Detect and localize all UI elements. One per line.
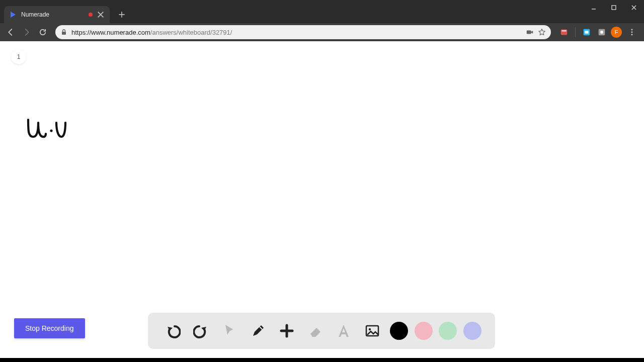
nav-back-button[interactable]: [3, 25, 18, 40]
avatar-letter: F: [615, 29, 618, 35]
svg-point-14: [50, 129, 52, 132]
svg-rect-8: [585, 31, 588, 33]
text-tool-button[interactable]: [333, 320, 355, 342]
tab-close-button[interactable]: [97, 11, 105, 19]
svg-rect-6: [562, 30, 567, 31]
whiteboard-toolbar: [148, 313, 495, 349]
svg-marker-0: [11, 12, 16, 18]
browser-menu-button[interactable]: [625, 25, 639, 39]
browser-tab[interactable]: Numerade: [4, 6, 110, 23]
window-titlebar: Numerade: [0, 0, 644, 23]
svg-rect-3: [62, 32, 66, 35]
stop-recording-label: Stop Recording: [25, 324, 74, 332]
eraser-tool-button[interactable]: [304, 320, 327, 342]
numerade-favicon: [9, 11, 17, 19]
page-number: 1: [17, 53, 21, 60]
add-tool-button[interactable]: [276, 320, 298, 342]
whiteboard-canvas[interactable]: 1 Stop Recording: [0, 41, 644, 362]
browser-toolbar: https://www.numerade.com/answers/whitebo…: [0, 23, 644, 41]
undo-button[interactable]: [162, 320, 184, 342]
extension-divider: [575, 27, 576, 37]
address-bar[interactable]: https://www.numerade.com/answers/whitebo…: [55, 25, 551, 39]
lock-icon: [60, 29, 67, 36]
camera-indicator-icon[interactable]: [526, 28, 534, 36]
extension-icon-1[interactable]: [558, 26, 570, 38]
nav-forward-button[interactable]: [19, 25, 34, 40]
image-tool-button[interactable]: [361, 320, 383, 342]
svg-point-11: [631, 29, 633, 31]
pointer-tool-button[interactable]: [218, 320, 240, 342]
letterbox-bar: [0, 358, 644, 362]
url-text: https://www.numerade.com/answers/whitebo…: [71, 29, 522, 36]
color-swatch-black[interactable]: [390, 322, 408, 340]
color-swatch-green[interactable]: [439, 322, 457, 340]
stop-recording-button[interactable]: Stop Recording: [14, 318, 85, 338]
color-swatch-pink[interactable]: [415, 322, 433, 340]
new-tab-button[interactable]: [115, 8, 129, 22]
url-scheme: https://: [71, 29, 91, 36]
window-minimize-button[interactable]: [584, 0, 604, 15]
bookmark-star-icon[interactable]: [538, 28, 546, 36]
handwriting-u-dot-v: [25, 116, 86, 146]
extension-icon-3[interactable]: [596, 26, 608, 38]
window-controls: [584, 0, 644, 23]
window-close-button[interactable]: [624, 0, 644, 15]
svg-point-13: [631, 34, 633, 36]
extensions-area: F: [556, 25, 641, 39]
color-swatch-violet[interactable]: [463, 322, 481, 340]
tab-title: Numerade: [21, 11, 85, 18]
pencil-tool-button[interactable]: [247, 320, 269, 342]
svg-rect-4: [527, 30, 531, 34]
recording-indicator-icon: [89, 13, 93, 17]
window-maximize-button[interactable]: [604, 0, 624, 15]
page-number-badge[interactable]: 1: [11, 49, 26, 64]
svg-point-10: [600, 31, 603, 34]
redo-button[interactable]: [190, 320, 212, 342]
svg-rect-5: [561, 30, 568, 35]
extension-icon-2[interactable]: [581, 26, 593, 38]
url-host: www.numerade.com: [91, 29, 150, 36]
svg-point-16: [369, 328, 371, 330]
url-path: /answers/whiteboard/32791/: [150, 29, 232, 36]
profile-avatar[interactable]: F: [611, 27, 622, 38]
svg-rect-2: [612, 6, 616, 10]
nav-reload-button[interactable]: [35, 25, 50, 40]
svg-point-12: [631, 32, 633, 33]
